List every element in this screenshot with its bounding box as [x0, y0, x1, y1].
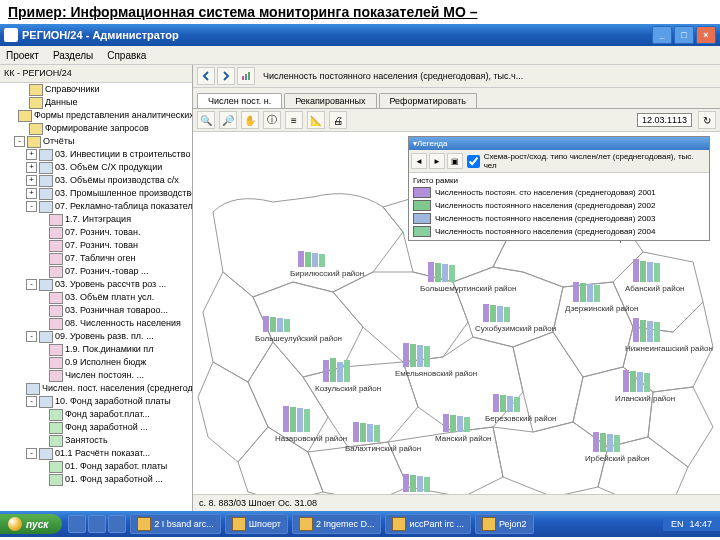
- tree-expander-icon[interactable]: -: [26, 448, 37, 459]
- region-bars[interactable]: [403, 466, 430, 492]
- legend-prev-icon[interactable]: ◄: [411, 153, 427, 169]
- tree-item[interactable]: -03. Уровень рассчтв роз ...: [0, 278, 192, 291]
- region-bars[interactable]: [298, 241, 325, 267]
- menu-help[interactable]: Справка: [107, 50, 146, 61]
- tree-item[interactable]: Числен постоян. ...: [0, 369, 192, 382]
- tree-expander-icon[interactable]: +: [26, 162, 37, 173]
- maximize-button[interactable]: □: [674, 26, 694, 44]
- region-bars[interactable]: [633, 256, 660, 282]
- tree-item[interactable]: Формирование запросов: [0, 122, 192, 135]
- region-bars[interactable]: [623, 366, 650, 392]
- legend-expand-icon[interactable]: ▣: [447, 153, 463, 169]
- refresh-icon[interactable]: ↻: [698, 111, 716, 129]
- start-button[interactable]: пуск: [0, 514, 62, 534]
- region-bars[interactable]: [483, 296, 510, 322]
- nav-back-button[interactable]: [197, 67, 215, 85]
- info-icon[interactable]: ⓘ: [263, 111, 281, 129]
- minimize-button[interactable]: _: [652, 26, 672, 44]
- region-bars[interactable]: [443, 406, 470, 432]
- legend-panel[interactable]: ▾ Легенда ◄ ► ▣ Схема-рост/сход. типо чи…: [408, 136, 710, 241]
- print-icon[interactable]: 🖨: [329, 111, 347, 129]
- tray-lang[interactable]: EN: [671, 519, 684, 529]
- nav-forward-button[interactable]: [217, 67, 235, 85]
- region-bars[interactable]: [633, 316, 660, 342]
- system-tray[interactable]: EN 14:47: [663, 517, 720, 531]
- region-bars[interactable]: [263, 306, 290, 332]
- tree-item[interactable]: -10. Фонд заработной платы: [0, 395, 192, 408]
- region-bars[interactable]: [323, 356, 350, 382]
- tree-item[interactable]: -09. Уровень разв. пл. ...: [0, 330, 192, 343]
- tree-item[interactable]: 01. Фонд заработной ...: [0, 473, 192, 486]
- tree-expander-icon[interactable]: -: [26, 279, 37, 290]
- tree-item[interactable]: 01. Фонд заработ. платы: [0, 460, 192, 473]
- taskbar-item[interactable]: 2 Ingemec D...: [292, 514, 382, 534]
- menu-project[interactable]: Проект: [6, 50, 39, 61]
- tree-item[interactable]: 07. Рознич. тован.: [0, 226, 192, 239]
- taskbar-item[interactable]: иссPant irc ...: [385, 514, 471, 534]
- tree-item[interactable]: Данные: [0, 96, 192, 109]
- tree-item[interactable]: -01.1 Расчётн показат...: [0, 447, 192, 460]
- zoom-in-icon[interactable]: 🔍: [197, 111, 215, 129]
- region-bars[interactable]: [428, 256, 455, 282]
- map-canvas[interactable]: Легенда ОбъектКазачинский район Тасеевск…: [193, 132, 720, 494]
- tree-item[interactable]: Фонд заработ.плат...: [0, 408, 192, 421]
- ql-icon-2[interactable]: [88, 515, 106, 533]
- region-bars[interactable]: [353, 416, 380, 442]
- taskbar-item[interactable]: 2 I bsand arc...: [130, 514, 221, 534]
- menu-sections[interactable]: Разделы: [53, 50, 93, 61]
- tab-recap[interactable]: Рекапированных: [284, 93, 376, 108]
- tree-item[interactable]: 07. Рознич.-товар ...: [0, 265, 192, 278]
- tree-expander-icon[interactable]: +: [26, 149, 37, 160]
- close-button[interactable]: ×: [696, 26, 716, 44]
- tree-item[interactable]: 03. Объём платн усл.: [0, 291, 192, 304]
- legend-next-icon[interactable]: ►: [429, 153, 445, 169]
- region-bars[interactable]: [593, 426, 620, 452]
- legend-titlebar[interactable]: ▾ Легенда: [409, 137, 709, 150]
- tree-item[interactable]: +03. Объём С/Х продукции: [0, 161, 192, 174]
- tree-item[interactable]: 07. Рознич. тован: [0, 239, 192, 252]
- legend-checkbox[interactable]: [467, 155, 480, 168]
- tree-item[interactable]: -Отчёты: [0, 135, 192, 148]
- tree-expander-icon[interactable]: +: [26, 188, 37, 199]
- tree-item[interactable]: 0.9 Исполнен бюдж: [0, 356, 192, 369]
- zoom-out-icon[interactable]: 🔎: [219, 111, 237, 129]
- taskbar-item[interactable]: Реjon2: [475, 514, 534, 534]
- tree-item[interactable]: 1.9. Пок.динамики пл: [0, 343, 192, 356]
- legend-row[interactable]: Численность постоянного населения (средн…: [413, 212, 705, 225]
- region-bars[interactable]: [283, 406, 310, 432]
- region-bars[interactable]: [573, 276, 600, 302]
- tree-item[interactable]: Фонд заработной ...: [0, 421, 192, 434]
- legend-row[interactable]: Численность постоян. сто населения (сред…: [413, 186, 705, 199]
- tree-root[interactable]: КК - РЕГИОН/24: [0, 65, 192, 83]
- tree-item[interactable]: Числен. пост. населения (среднегодовая) …: [0, 382, 192, 395]
- layers-icon[interactable]: ≡: [285, 111, 303, 129]
- taskbar-item[interactable]: Шпоерт: [225, 514, 288, 534]
- chart-icon[interactable]: [237, 67, 255, 85]
- region-bars[interactable]: [403, 341, 430, 367]
- region-bars[interactable]: [493, 386, 520, 412]
- tree-item[interactable]: 1.7. Интэграция: [0, 213, 192, 226]
- tree-expander-icon[interactable]: +: [26, 175, 37, 186]
- tree-item[interactable]: +03. Объёмы производства с/х: [0, 174, 192, 187]
- tree-expander-icon[interactable]: -: [26, 331, 37, 342]
- measure-icon[interactable]: 📐: [307, 111, 325, 129]
- date-field[interactable]: 12.03.1113: [637, 113, 692, 127]
- pan-icon[interactable]: ✋: [241, 111, 259, 129]
- ql-icon-1[interactable]: [68, 515, 86, 533]
- tree-item[interactable]: Занятость: [0, 434, 192, 447]
- tree-expander-icon[interactable]: -: [14, 136, 25, 147]
- tree-item[interactable]: Формы представления аналитических запрос…: [0, 109, 192, 122]
- tree-item[interactable]: -07. Рекламно-таблица показатели: [0, 200, 192, 213]
- tree-expander-icon[interactable]: -: [26, 201, 37, 212]
- tab-population[interactable]: Числен пост. н.: [197, 93, 282, 108]
- tree-item[interactable]: +03. Промышленное производство: [0, 187, 192, 200]
- tree-item[interactable]: 07. Табличн оген: [0, 252, 192, 265]
- tab-reformat[interactable]: Реформатировать: [379, 93, 477, 108]
- legend-row[interactable]: Численность постоянного населения (средн…: [413, 225, 705, 238]
- ql-icon-3[interactable]: [108, 515, 126, 533]
- tree-item[interactable]: 03. Розничная товароо...: [0, 304, 192, 317]
- tree-item[interactable]: Справочники: [0, 83, 192, 96]
- tree-item[interactable]: +03. Инвестиции в строительство: [0, 148, 192, 161]
- tree-expander-icon[interactable]: -: [26, 396, 37, 407]
- tree-item[interactable]: 08. Численность населения: [0, 317, 192, 330]
